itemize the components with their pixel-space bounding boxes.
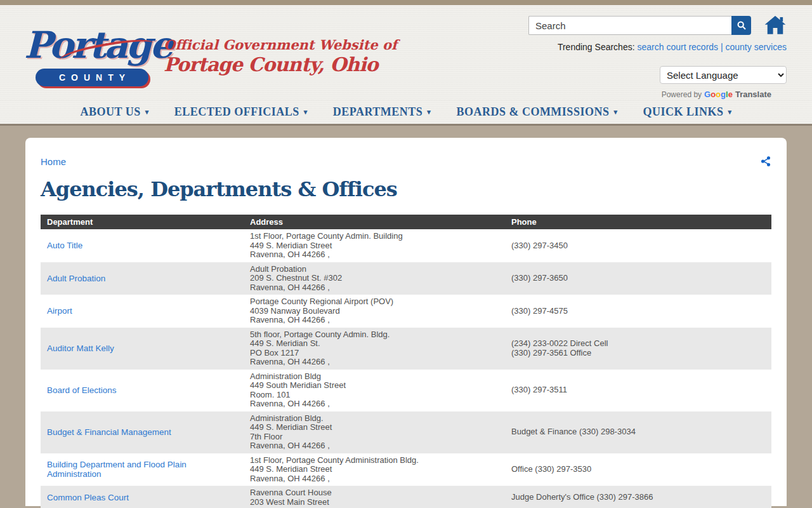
departments-table: Department Address Phone Auto Title 1st …	[41, 215, 771, 508]
nav-item-departments[interactable]: Departments ▾	[333, 105, 431, 119]
address-cell: 1st Floor, Portage County Admin. Buildin…	[244, 229, 505, 262]
breadcrumb-home-link[interactable]: Home	[41, 156, 66, 167]
share-icon	[760, 156, 771, 167]
table-row: Auditor Matt Kelly 5th floor, Portage Co…	[41, 328, 771, 370]
translate-label: Translate	[735, 90, 771, 99]
site-header: Portage COUNTY Official Government Websi…	[0, 5, 812, 100]
search-row	[528, 15, 787, 36]
table-body: Auto Title 1st Floor, Portage County Adm…	[41, 229, 771, 508]
phone-cell: (330) 297-3650	[505, 262, 771, 295]
home-icon	[764, 16, 786, 35]
breadcrumb: Home	[41, 156, 771, 167]
search-button[interactable]	[731, 16, 751, 35]
address-line: Administration Bldg.	[250, 414, 499, 424]
department-link[interactable]: Budget & Financial Management	[47, 427, 171, 437]
powered-by-label: Powered by	[662, 90, 702, 99]
address-line: 1st Floor, Portage County Administration…	[250, 456, 499, 465]
table-row: Auto Title 1st Floor, Portage County Adm…	[41, 229, 771, 262]
nav-item-about-us[interactable]: About Us ▾	[80, 105, 148, 119]
phone-line: (330) 297-3450	[511, 241, 765, 251]
phone-cell: Judge Doherty's Office (330) 297-3866	[505, 486, 771, 508]
main-navigation: About Us ▾ Elected Officials ▾ Departmen…	[0, 100, 812, 126]
google-logo: Google	[704, 90, 733, 99]
chevron-down-icon: ▾	[728, 109, 731, 116]
language-select[interactable]: Select Language	[660, 66, 787, 84]
trending-separator: |	[721, 42, 723, 52]
address-line: 449 S. Meridian Street	[250, 465, 499, 474]
nav-item-label: Elected Officials	[174, 105, 299, 119]
table-row: Budget & Financial Management Administra…	[41, 411, 771, 453]
trending-link-court-records[interactable]: search court records	[637, 42, 718, 52]
page-title: Agencies, Departments & Offices	[41, 177, 771, 201]
department-link[interactable]: Auto Title	[47, 241, 82, 250]
address-line: 209 S. Chestnut St. #302	[250, 274, 499, 283]
phone-line: Judge Doherty's Office (330) 297-3866	[511, 493, 765, 502]
nav-item-label: Boards & Commissions	[456, 105, 609, 119]
chevron-down-icon: ▾	[427, 109, 431, 116]
address-cell: Administration Bldg.449 S. Meridian Stre…	[244, 411, 505, 453]
search-input[interactable]	[528, 16, 731, 35]
address-line: Adult Probation	[250, 265, 499, 274]
logo-county-pill: COUNTY	[36, 69, 148, 86]
nav-item-label: About Us	[80, 105, 140, 119]
nav-item-quick-links[interactable]: Quick Links ▾	[643, 105, 731, 119]
phone-line: (330) 297-3561 Office	[511, 349, 765, 358]
address-line: 5th floor, Portage County Admin. Bldg.	[250, 330, 499, 340]
table-row: Adult Probation Adult Probation209 S. Ch…	[41, 262, 771, 295]
search-box	[528, 16, 751, 35]
address-cell: Ravenna Court House203 West Main Street	[244, 486, 505, 508]
table-row: Board of Elections Administration Bldg44…	[41, 370, 771, 411]
department-link[interactable]: Airport	[47, 306, 72, 316]
address-line: Ravenna, OH 44266 ,	[250, 283, 499, 293]
phone-cell: (330) 297-3511	[505, 370, 771, 411]
phone-cell: (234) 233-0022 Direct Cell(330) 297-3561…	[505, 328, 771, 370]
address-cell: Administration Bldg449 South Meridian St…	[244, 370, 505, 411]
phone-cell: Office (330) 297-3530	[505, 453, 771, 486]
address-cell: 1st Floor, Portage County Administration…	[244, 453, 505, 486]
address-line: Ravenna, OH 44266 ,	[250, 316, 499, 325]
column-header-department: Department	[41, 215, 244, 229]
table-row: Building Department and Flood Plain Admi…	[41, 453, 771, 486]
address-cell: Portage County Regional Airport (POV)403…	[244, 295, 505, 328]
tagline-line2: Portage County, Ohio	[164, 53, 397, 77]
phone-line: Office (330) 297-3530	[511, 465, 765, 474]
address-line: 449 South Meridian Street	[250, 381, 499, 391]
department-link[interactable]: Board of Elections	[47, 385, 117, 395]
trending-link-county-services[interactable]: county services	[726, 42, 787, 52]
department-link[interactable]: Auditor Matt Kelly	[47, 344, 114, 353]
phone-line: (234) 233-0022 Direct Cell	[511, 339, 765, 349]
search-icon	[737, 20, 747, 30]
department-link[interactable]: Common Pleas Court	[47, 493, 129, 502]
nav-item-elected-officials[interactable]: Elected Officials ▾	[174, 105, 308, 119]
share-button[interactable]	[760, 156, 771, 167]
nav-item-boards-commissions[interactable]: Boards & Commissions ▾	[456, 105, 617, 119]
chevron-down-icon: ▾	[145, 109, 149, 116]
trending-searches: Trending Searches: search court records …	[558, 42, 787, 52]
address-line: Ravenna, OH 44266 ,	[250, 250, 499, 260]
address-line: Ravenna, OH 44266 ,	[250, 441, 499, 451]
address-line: 449 S. Meridian Street	[250, 423, 499, 432]
address-line: 449 S. Meridian St.	[250, 339, 499, 349]
address-line: Ravenna, OH 44266 ,	[250, 474, 499, 484]
chevron-down-icon: ▾	[304, 109, 308, 116]
phone-cell: (330) 297-3450	[505, 229, 771, 262]
department-link[interactable]: Building Department and Flood Plain Admi…	[47, 460, 237, 479]
google-translate-attribution[interactable]: Powered by Google Translate	[662, 90, 771, 99]
address-line: Ravenna, OH 44266 ,	[250, 399, 499, 409]
portage-county-logo[interactable]: Portage COUNTY	[24, 27, 157, 93]
home-button[interactable]	[764, 15, 787, 36]
phone-cell: (330) 297-4575	[505, 295, 771, 328]
department-link[interactable]: Adult Probation	[47, 274, 105, 283]
content-card: Home Agencies, Departments & Offices	[25, 138, 787, 506]
page-background: Home Agencies, Departments & Offices	[0, 126, 812, 506]
table-row: Airport Portage County Regional Airport …	[41, 295, 771, 328]
phone-line: Budget & Finance (330) 298-3034	[511, 427, 765, 437]
table-row: Common Pleas Court Ravenna Court House20…	[41, 486, 771, 508]
address-line: 7th Floor	[250, 432, 499, 442]
address-line: 4039 Nanway Boulevard	[250, 307, 499, 316]
phone-line: (330) 297-3511	[511, 385, 765, 395]
tagline-line1: Official Government Website of	[164, 37, 397, 53]
nav-item-label: Departments	[333, 105, 423, 119]
column-header-address: Address	[244, 215, 505, 229]
trending-label: Trending Searches:	[558, 42, 635, 52]
